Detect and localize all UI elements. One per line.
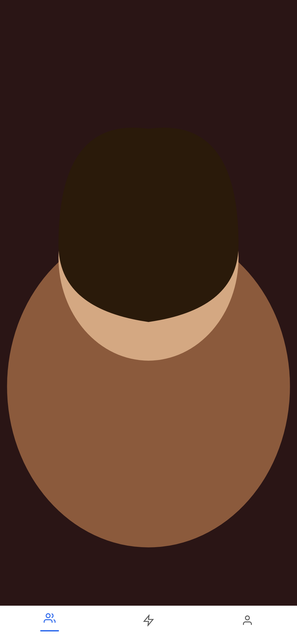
- svg-point-55: [46, 614, 50, 618]
- tab-activity[interactable]: [99, 614, 198, 629]
- profile-tab-icon: [241, 614, 253, 629]
- influencers-tab-icon: [44, 612, 56, 627]
- tab-bar: [0, 606, 297, 644]
- svg-point-57: [246, 616, 250, 620]
- tab-profile[interactable]: [198, 614, 297, 629]
- tab-active-indicator: [40, 630, 59, 631]
- partial-card-2[interactable]: [152, 497, 284, 603]
- svg-marker-56: [144, 615, 153, 625]
- activity-tab-icon: [143, 614, 154, 629]
- partial-image-2: [152, 497, 284, 603]
- tab-influencers[interactable]: [0, 612, 99, 631]
